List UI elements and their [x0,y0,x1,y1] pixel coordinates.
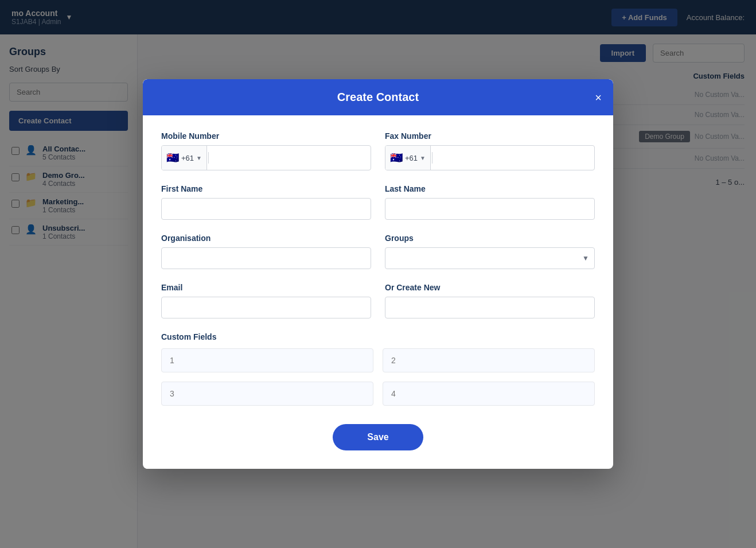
custom-field-1[interactable] [161,348,373,372]
first-name-input[interactable] [161,198,371,220]
modal-header: Create Contact × [143,79,613,115]
fax-chevron-icon: ▼ [420,155,426,161]
modal-body: Mobile Number 🇦🇺 +61 ▼ Fax Number [143,115,613,469]
organisation-group: Organisation [161,234,371,269]
email-label: Email [161,283,371,292]
custom-field-2[interactable] [383,348,595,372]
last-name-group: Last Name [385,184,595,220]
mobile-divider [208,152,209,164]
fax-divider [432,152,432,164]
create-new-group: Or Create New [385,283,595,318]
custom-fields-grid [161,348,595,406]
custom-fields-section: Custom Fields [161,332,595,406]
email-row: Email Or Create New [161,283,595,318]
create-contact-modal: Create Contact × Mobile Number 🇦🇺 +61 ▼ [143,79,613,469]
groups-select-wrapper: ▼ [385,247,595,269]
email-group: Email [161,283,371,318]
organisation-label: Organisation [161,234,371,243]
fax-country-selector[interactable]: 🇦🇺 +61 ▼ [385,146,431,170]
mobile-chevron-icon: ▼ [196,155,202,161]
fax-phone-wrapper: 🇦🇺 +61 ▼ [385,145,595,170]
mobile-country-code: +61 [181,154,194,162]
email-input[interactable] [161,297,371,318]
organisation-input[interactable] [161,247,371,269]
first-name-label: First Name [161,184,371,193]
groups-select[interactable] [385,247,595,269]
mobile-country-selector[interactable]: 🇦🇺 +61 ▼ [162,146,207,170]
mobile-flag-icon: 🇦🇺 [166,151,179,164]
save-button[interactable]: Save [333,424,423,450]
mobile-number-label: Mobile Number [161,131,371,141]
modal-close-button[interactable]: × [595,92,602,103]
create-new-label: Or Create New [385,283,595,292]
save-button-wrapper: Save [161,424,595,450]
fax-number-group: Fax Number 🇦🇺 +61 ▼ [385,131,595,170]
custom-field-4[interactable] [383,382,595,406]
mobile-number-input[interactable] [210,147,371,168]
modal-overlay: Create Contact × Mobile Number 🇦🇺 +61 ▼ [0,0,756,548]
fax-number-input[interactable] [434,147,594,168]
create-new-input[interactable] [385,297,595,318]
groups-label: Groups [385,234,595,243]
groups-group: Groups ▼ [385,234,595,269]
fax-number-label: Fax Number [385,131,595,141]
last-name-input[interactable] [385,198,595,220]
custom-fields-section-label: Custom Fields [161,332,595,341]
name-row: First Name Last Name [161,184,595,220]
mobile-number-group: Mobile Number 🇦🇺 +61 ▼ [161,131,371,170]
modal-title: Create Contact [337,91,419,104]
phone-row: Mobile Number 🇦🇺 +61 ▼ Fax Number [161,131,595,170]
fax-country-code: +61 [405,154,418,162]
custom-field-3[interactable] [161,382,373,406]
mobile-phone-wrapper: 🇦🇺 +61 ▼ [161,145,371,170]
fax-flag-icon: 🇦🇺 [390,151,403,164]
org-groups-row: Organisation Groups ▼ [161,234,595,269]
last-name-label: Last Name [385,184,595,193]
first-name-group: First Name [161,184,371,220]
